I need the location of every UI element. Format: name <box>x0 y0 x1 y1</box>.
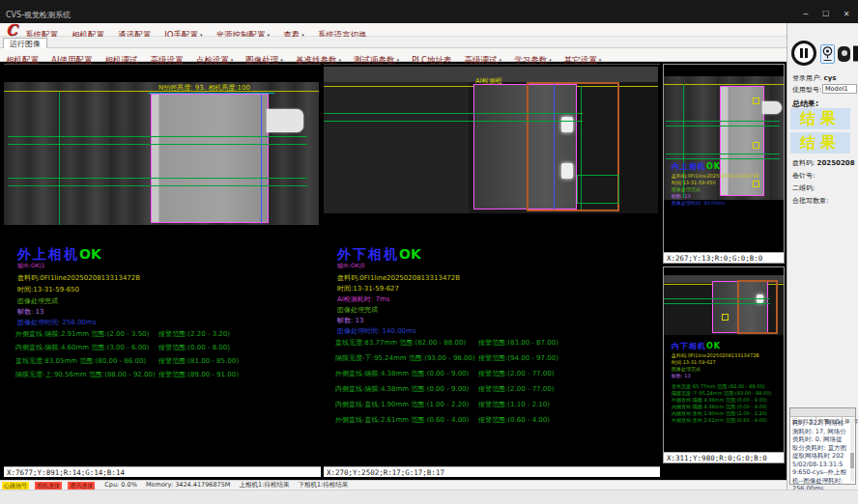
needle-label: 卷针号: <box>792 171 815 181</box>
measurement-rows: 直线宽度:83.77mm 范围:(82.00 - 88.00)报警范围:(83.… <box>335 338 656 431</box>
overlay-line <box>59 92 60 225</box>
measurement-row: 外侧直线-隔膜:4.38mm 范围:(0.00 - 9.00) <box>672 397 771 404</box>
measurement-row: 外侧直线-直线:2.61mm 范围:(0.60 - 4.00) <box>672 417 771 424</box>
chevron-down-icon: ▾ <box>280 57 283 63</box>
overlay-line <box>8 136 307 137</box>
tab-run-image[interactable]: 运行图像 <box>3 38 47 48</box>
log-scrollbar[interactable] <box>850 418 854 482</box>
frames-line: 帧数: 13 <box>672 193 691 199</box>
login-user-value: cys <box>824 74 837 82</box>
measurement-row: 内侧直线-隔膜:4.38mm 范围:(0.00 - 9.00)报警范围:(2.0… <box>335 384 656 400</box>
yellow-marker <box>753 98 759 104</box>
measurement-row: 隔膜宽度-上:90.56mm 范围:(88.00 - 92.00)报警范围:(8… <box>15 370 317 383</box>
machine-body <box>324 82 469 213</box>
overlay-line <box>324 113 583 114</box>
overlay-line <box>261 95 262 224</box>
proc-time-line: 图像处理时间: 140.00ms <box>337 326 416 336</box>
record-button[interactable] <box>838 46 850 62</box>
model-row: 使用型号: <box>792 85 821 95</box>
camera-capture-button[interactable] <box>820 44 835 64</box>
time-line: 时间:13-31-59-650 <box>17 285 79 294</box>
output-line: 输出:OK|1 <box>17 262 45 270</box>
pixel-coordinate-bar: X:7677;Y:891;R:14;G:14;B:14 <box>4 466 321 477</box>
measurement-row: 直线宽度:83.05mm 范围:(80.00 - 86.00)报警范围:(81.… <box>15 356 317 370</box>
minimize-button[interactable]: ─ <box>798 10 814 18</box>
yellow-marker <box>722 314 729 321</box>
output-line: 输出:OK|0 <box>337 262 365 270</box>
cpu-usage: Cpu: 0.0% <box>104 481 137 490</box>
cell-tab <box>762 101 782 114</box>
tab-strip: 运行图像 <box>0 37 786 48</box>
overlay-line <box>666 121 780 122</box>
menu-items: 系统配置 相机配置 通讯配置 IO手配置▾ 光源控制配置▾ 查看▾ 系统语言切换 <box>25 23 376 37</box>
webcam-icon <box>821 45 834 63</box>
overlay-line <box>324 121 583 122</box>
app-window: CVS-视觉检测系统 ─ ☐ ✕ C 系统配置 相机配置 通讯配置 IO手配置▾… <box>0 0 858 504</box>
done-line: 图像处理完成 <box>17 296 58 306</box>
chevron-down-icon: ▾ <box>338 57 341 63</box>
measurement-row: 直线宽度:83.77mm 范围:(82.00 - 88.00)报警范围:(83.… <box>335 338 656 353</box>
exit-door-icon <box>852 44 858 63</box>
frames-line: 帧数: 13 <box>672 373 691 378</box>
camera-result-title: 内下相机OK <box>672 341 721 351</box>
measurement-row: 内侧直线-隔膜:4.60mm 范围:(3.00 - 6.00)报警范围:(0.0… <box>15 343 317 356</box>
measurement-rows: 直线宽度:83.77mm 范围:(82.00 - 88.00)隔膜宽度-下:95… <box>672 383 771 424</box>
pixel-coordinate-bar: X:270;Y:2502;R:17;G:17;B:17 <box>324 466 660 477</box>
measurement-row: 隔膜宽度-下:95.24mm 范围:(93.00 - 98.00) <box>672 390 771 397</box>
pixel-coordinate-bar: X:311;Y:980;R:0;G:0;B:0 <box>664 452 784 462</box>
measurement-row: 内侧直线-直线:1.90mm 范围:(1.00 - 2.20)报警范围:(1.1… <box>335 400 656 415</box>
ok-status: OK <box>706 162 721 171</box>
barcode-line: 盘料码:0FI1line2025020813313472B <box>17 273 140 283</box>
chevron-down-icon: ▾ <box>231 57 234 63</box>
record-icon <box>842 50 847 56</box>
log-text: 耗时: 222, 网络检测耗时: 17, 网络分类耗时: 0, 网络提取分类耗时… <box>792 419 848 493</box>
window-controls: ─ ☐ ✕ <box>798 2 854 20</box>
qr-label: 二维码: <box>792 183 815 193</box>
overlay-line <box>554 84 555 210</box>
model-input[interactable]: Model1 <box>822 84 857 94</box>
measurement-row: 直线宽度:83.77mm 范围:(82.00 - 88.00) <box>672 383 771 390</box>
chevron-down-icon: ▾ <box>549 57 552 63</box>
camera-panel-outer-upper: N拍照高度: 93. 相机高度:100 外上相机OK 输出:OK|1 盘料码:0… <box>4 64 321 477</box>
pixel-coordinate-bar: X:267;Y:13;R:0;G:0;B:0 <box>664 252 784 263</box>
frames-line: 帧数: 13 <box>337 316 364 325</box>
measurement-row: 隔膜宽度-下:95.24mm 范围:(93.00 - 98.00)报警范围:(9… <box>335 353 656 369</box>
measurement-row: 内侧直线-直线:1.90mm 范围:(1.00 - 2.20) <box>672 410 771 417</box>
done-line: 图像处理完成 <box>672 366 701 372</box>
sidebar-buttons <box>790 41 858 70</box>
camera-image-lower[interactable]: AI检测框 <box>324 67 658 213</box>
ok-status: OK <box>706 342 721 350</box>
overlay-line <box>666 158 780 159</box>
cell-tab <box>267 109 303 132</box>
overlay-line <box>664 298 770 299</box>
barcode-line: 盘料码:0FI1line2025020813313472B <box>337 273 460 283</box>
maximize-button[interactable]: ☐ <box>818 10 834 18</box>
done-line: 图像处理完成 <box>337 305 378 315</box>
bottom-strip <box>0 490 858 504</box>
lower-camera-status: 下相机1:待检结果 <box>298 481 348 490</box>
log-tabs: 运行日志报警日志操作日志 <box>790 408 855 417</box>
toolbar: 相机配置 AI使用配置 相机调试 高级设置 点检设置▾ 图像处理▾ 基准线参数▾… <box>0 48 786 62</box>
camera-image-upper[interactable]: N拍照高度: 93. 相机高度:100 <box>4 82 319 225</box>
done-line: 图像处理完成 <box>672 186 701 192</box>
chevron-down-icon: ▾ <box>397 57 400 63</box>
ai-time-line: AI检测耗时: 7ms <box>337 294 389 304</box>
camera-panel-outer-lower: AI检测框 外下相机OK 输出:OK|0 盘料码:0FI1line2025020… <box>324 64 660 477</box>
battery-cell <box>151 94 269 223</box>
exit-button[interactable] <box>852 44 858 63</box>
log-box: 运行日志报警日志操作日志 耗时: 222, 网络检测耗时: 17, 网络分类耗时… <box>789 407 856 485</box>
roi-box <box>577 175 619 204</box>
measurement-row: 外侧直线-隔膜:4.38mm 范围:(0.00 - 9.00)报警范围:(2.0… <box>335 369 656 384</box>
scrollbar-thumb[interactable] <box>850 453 854 468</box>
close-button[interactable]: ✕ <box>839 10 854 18</box>
pause-button[interactable] <box>791 41 816 66</box>
time-line: 时间:13-31-59-650 <box>672 180 716 185</box>
image-annotation: N拍照高度: 93. 相机高度:100 <box>158 83 250 93</box>
camera-connection-badge: 相机连接 <box>35 482 62 490</box>
ok-status: OK <box>399 246 421 262</box>
overlay-line <box>8 185 307 186</box>
result-box-upper: 结果 <box>790 108 850 129</box>
camera-image-inner-lower[interactable] <box>664 275 784 335</box>
login-user-row: 登录用户: cys <box>792 73 836 83</box>
upper-camera-status: 上相机1:待检结果 <box>240 481 290 490</box>
